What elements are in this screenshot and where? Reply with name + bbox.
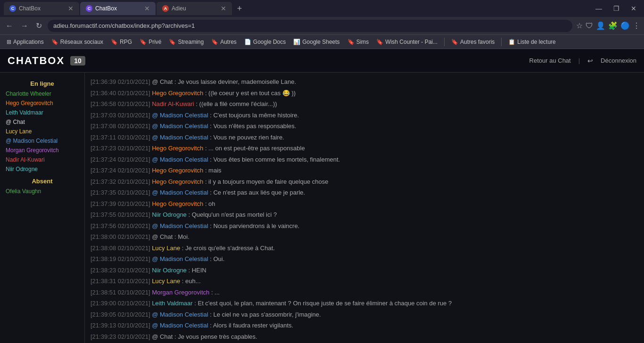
sidebar-online-user[interactable]: @ Madison Celestial <box>0 136 84 146</box>
bookmark-item[interactable]: 🔖Privé <box>137 38 164 46</box>
tab-label: Adieu <box>172 5 218 12</box>
browser-tab-tab2[interactable]: C ChatBox ✕ <box>80 2 156 15</box>
message-user[interactable]: @ Chat <box>152 78 173 85</box>
close-button[interactable]: ✕ <box>627 5 640 12</box>
bookmark-item[interactable]: 📄Google Docs <box>241 38 289 46</box>
bookmark-item[interactable]: 🔖Autres favoris <box>448 38 497 46</box>
message-user[interactable]: Lucy Lane <box>152 245 180 252</box>
bookmark-icon: 📊 <box>293 39 300 45</box>
sidebar-online-user[interactable]: Charlotte Wheeler <box>0 89 84 98</box>
chat-message: [21:37:56 02/10/2021] @ Madison Celestia… <box>91 220 638 232</box>
chat-area[interactable]: [21:36:39 02/10/2021] @ Chat : Je vous l… <box>85 73 644 343</box>
sidebar-absent-user[interactable]: Ofelia Vaughn <box>0 187 84 196</box>
message-user[interactable]: Lucy Lane <box>152 278 180 285</box>
message-text: : Vous ne pouvez rien faire. <box>208 134 284 141</box>
bookmark-item[interactable]: 🔖RPG <box>108 38 135 46</box>
message-timestamp: [21:37:55 02/10/2021] <box>91 211 150 218</box>
logout-link[interactable]: Déconnexion <box>601 57 636 64</box>
message-user[interactable]: @ Madison Celestial <box>152 112 208 119</box>
shield-icon[interactable]: 🛡 <box>586 22 593 30</box>
bookmark-item[interactable]: 🔖Réseaux sociaux <box>49 38 106 46</box>
chatbox-count: 10 <box>70 56 85 65</box>
message-user[interactable]: Niir Odrogne <box>152 267 187 274</box>
message-timestamp: [21:37:35 02/10/2021] <box>91 189 150 196</box>
tab-close-button[interactable]: ✕ <box>68 5 74 12</box>
back-button[interactable]: ← <box>4 20 15 32</box>
message-user[interactable]: Morgan Gregorovitch <box>152 289 209 296</box>
forward-button[interactable]: → <box>19 20 30 32</box>
sidebar-online-user[interactable]: Niir Odrogne <box>0 164 84 174</box>
address-input[interactable] <box>48 20 572 32</box>
chat-message: [21:37:24 02/10/2021] @ Madison Celestia… <box>91 154 638 165</box>
bookmark-icon[interactable]: ☆ <box>576 21 583 30</box>
user-avatar-icon[interactable]: 👤 <box>596 21 605 30</box>
return-to-chat-link[interactable]: Retour au Chat <box>529 57 571 64</box>
sidebar-online-user[interactable]: @ Chat <box>0 117 84 127</box>
message-text: : oh <box>203 200 215 207</box>
message-user[interactable]: @ Madison Celestial <box>152 222 208 229</box>
address-bar: ← → ↻ ☆ 🛡 👤 🧩 🔵 ⋮ <box>0 17 644 35</box>
message-timestamp: [21:38:31 02/10/2021] <box>91 278 150 285</box>
message-timestamp: [21:37:39 02/10/2021] <box>91 200 150 207</box>
sidebar-online-user[interactable]: Morgan Gregorovitch <box>0 146 84 155</box>
message-user[interactable]: @ Chat <box>152 233 173 240</box>
bookmark-item[interactable]: 🔖Wish Counter - Pai... <box>373 38 440 46</box>
browser-window-actions: — ❐ ✕ <box>592 5 640 12</box>
profile-icon[interactable]: 🔵 <box>620 21 630 30</box>
tab-close-button[interactable]: ✕ <box>144 5 150 12</box>
message-timestamp: [21:37:24 02/10/2021] <box>91 156 150 163</box>
bookmark-item[interactable]: 📊Google Sheets <box>290 38 342 46</box>
message-text: : Ce n'est pas aux liés que je parle. <box>208 189 305 196</box>
bookmark-item[interactable]: 🔖Sims <box>345 38 372 46</box>
message-timestamp: [21:36:39 02/10/2021] <box>91 78 150 85</box>
message-user[interactable]: Hego Gregorovitch <box>152 90 203 97</box>
message-text: : Vous êtes bien comme les mortels, fina… <box>208 156 340 163</box>
message-user[interactable]: @ Madison Celestial <box>152 134 208 141</box>
reload-button[interactable]: ↻ <box>34 19 44 32</box>
message-user[interactable]: Hego Gregorovitch <box>152 200 203 207</box>
chat-message: [21:38:31 02/10/2021] Lucy Lane : euh... <box>91 276 638 287</box>
message-user[interactable]: Hego Gregorovitch <box>152 178 203 185</box>
message-user[interactable]: Nadir Al-Kuwari <box>152 100 194 107</box>
bookmark-item[interactable]: ⊞Applications <box>4 38 47 46</box>
message-user[interactable]: @ Madison Celestial <box>152 322 208 329</box>
maximize-button[interactable]: ❐ <box>610 5 623 12</box>
chat-message: [21:37:24 02/10/2021] Hego Gregorovitch … <box>91 165 638 176</box>
new-tab-button[interactable]: + <box>233 2 246 15</box>
browser-tab-tab1[interactable]: C ChatBox ✕ <box>4 2 79 15</box>
message-timestamp: [21:37:08 02/10/2021] <box>91 122 150 130</box>
browser-tab-tab3[interactable]: A Adieu ✕ <box>157 2 232 15</box>
message-user[interactable]: @ Madison Celestial <box>152 255 208 262</box>
message-user[interactable]: Hego Gregorovitch <box>152 145 203 152</box>
sidebar-online-user[interactable]: Nadir Al-Kuwari <box>0 155 84 164</box>
sidebar-online-user[interactable]: Leith Valdmaar <box>0 108 84 117</box>
message-user[interactable]: @ Madison Celestial <box>152 122 208 130</box>
bookmark-separator <box>444 38 445 46</box>
message-user[interactable]: @ Madison Celestial <box>152 156 208 163</box>
minimize-button[interactable]: — <box>592 5 606 12</box>
chat-message: [21:38:51 02/10/2021] Morgan Gregorovitc… <box>91 287 638 298</box>
message-timestamp: [21:37:11 02/10/2021] <box>91 134 150 141</box>
bookmark-item[interactable]: 🔖Streaming <box>166 38 206 46</box>
bookmark-item[interactable]: 🔖Autres <box>208 38 239 46</box>
message-user[interactable]: @ Madison Celestial <box>152 311 208 318</box>
bookmark-item[interactable]: 📋Liste de lecture <box>505 38 558 46</box>
message-user[interactable]: Niir Odrogne <box>152 211 187 218</box>
message-user[interactable]: @ Madison Celestial <box>152 189 208 196</box>
puzzle-icon[interactable]: 🧩 <box>608 21 618 30</box>
sidebar-online-user[interactable]: Lucy Lane <box>0 127 84 136</box>
message-timestamp: [21:38:19 02/10/2021] <box>91 255 150 262</box>
bookmark-icon: 🔖 <box>211 39 218 45</box>
message-user[interactable]: @ Chat <box>152 333 173 340</box>
message-text: : Alors il faudra rester vigilants. <box>208 322 294 329</box>
message-text: : mais <box>203 167 221 174</box>
menu-icon[interactable]: ⋮ <box>633 21 640 30</box>
browser-chrome: C ChatBox ✕ C ChatBox ✕ A Adieu ✕ + — ❐ … <box>0 0 644 49</box>
bookmark-icon: 🔖 <box>111 39 118 45</box>
sidebar-online-user[interactable]: Hego Gregorovitch <box>0 98 84 108</box>
tab-close-button[interactable]: ✕ <box>221 5 226 12</box>
logout-icon: ↩ <box>587 57 593 65</box>
message-user[interactable]: Hego Gregorovitch <box>152 167 203 174</box>
chat-message: [21:38:23 02/10/2021] Niir Odrogne : HEI… <box>91 265 638 276</box>
message-user[interactable]: Leith Valdmaar <box>152 300 192 307</box>
